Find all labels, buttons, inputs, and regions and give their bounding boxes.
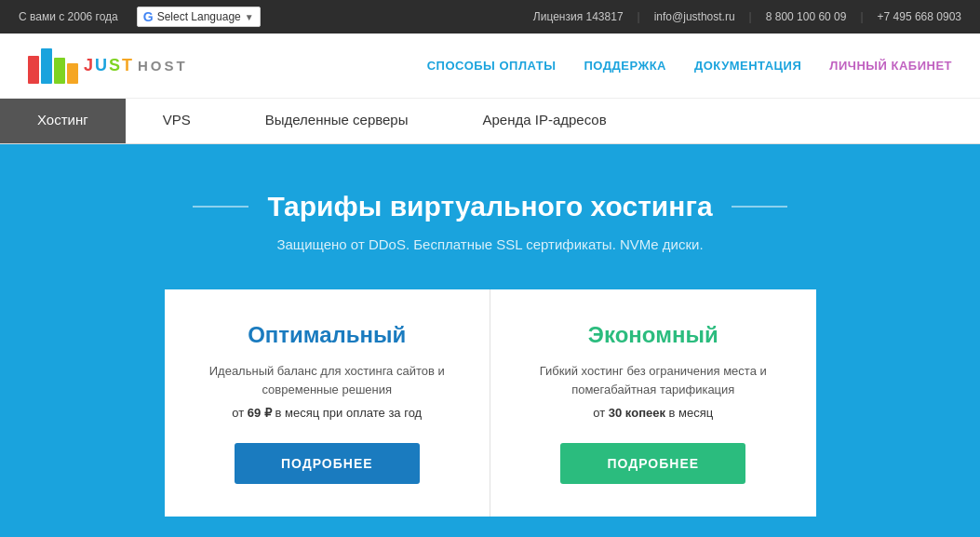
logo-block-green [54,58,65,84]
main-nav-vps[interactable]: VPS [126,99,228,143]
phone1-label: 8 800 100 60 09 [766,10,847,23]
hero-title: Тарифы виртуального хостинга [267,191,712,222]
nav-cabinet[interactable]: ЛИЧНЫЙ КАБИНЕТ [829,59,952,73]
logo-block-orange [67,63,78,84]
dropdown-arrow-icon: ▼ [245,12,254,22]
logo-block-red [28,56,39,84]
top-bar: С вами с 2006 года G Select Language ▼ Л… [0,0,980,34]
hero-subtitle: Защищено от DDoS. Бесплатные SSL сертифи… [19,236,961,252]
hero-line-right [732,206,787,208]
logo-text: JUSTHOST [84,56,188,75]
card-economy: Экономный Гибкий хостинг без ограничения… [490,289,816,517]
card-optimal-price: от 69 ₽ в месяц при оплате за год [193,406,463,420]
google-translate-widget[interactable]: G Select Language ▼ [137,7,261,27]
nav-payment[interactable]: СПОСОБЫ ОПЛАТЫ [427,59,557,73]
card-economy-price: от 30 копеек в месяц [518,406,788,420]
card-economy-desc: Гибкий хостинг без ограничения места и п… [518,362,788,398]
select-language-label: Select Language [157,10,241,23]
card-optimal-title: Оптимальный [193,322,463,348]
hero-title-row: Тарифы виртуального хостинга [19,191,961,222]
main-nav: Хостинг VPS Выделенные серверы Аренда IP… [0,99,980,144]
main-nav-dedicated[interactable]: Выделенные серверы [228,99,446,143]
card-optimal: Оптимальный Идеальный баланс для хостинг… [165,289,491,517]
license-label: Лицензия 143817 [533,10,624,23]
card-economy-title: Экономный [518,322,788,348]
separator-1: | [638,10,640,23]
logo-link[interactable]: JUSTHOST [28,48,188,84]
main-nav-hosting[interactable]: Хостинг [0,99,126,143]
card-optimal-desc: Идеальный баланс для хостинга сайтов и с… [193,362,463,398]
hero-section: Тарифы виртуального хостинга Защищено от… [0,144,980,537]
separator-2: | [749,10,752,23]
header: JUSTHOST СПОСОБЫ ОПЛАТЫ ПОДДЕРЖКА ДОКУМЕ… [0,34,980,99]
main-nav-ip[interactable]: Аренда IP-адресов [446,99,644,143]
card-economy-button[interactable]: ПОДРОБНЕЕ [560,443,745,484]
pricing-cards: Оптимальный Идеальный баланс для хостинг… [165,289,816,517]
phone2-label: +7 495 668 0903 [878,10,961,23]
google-g-icon: G [143,9,154,24]
card-optimal-button[interactable]: ПОДРОБНЕЕ [235,443,420,484]
nav-support[interactable]: ПОДДЕРЖКА [584,59,666,73]
nav-docs[interactable]: ДОКУМЕНТАЦИЯ [694,59,801,73]
logo-block-blue [41,48,52,84]
top-contacts: Лицензия 143817 | info@justhost.ru | 8 8… [533,10,961,23]
logo-blocks [28,48,78,84]
email-label[interactable]: info@justhost.ru [654,10,735,23]
separator-3: | [860,10,863,23]
language-selector[interactable]: G Select Language ▼ [137,7,261,27]
header-nav: СПОСОБЫ ОПЛАТЫ ПОДДЕРЖКА ДОКУМЕНТАЦИЯ ЛИ… [427,59,952,73]
since-label: С вами с 2006 года [19,10,118,23]
hero-line-left [193,206,248,208]
